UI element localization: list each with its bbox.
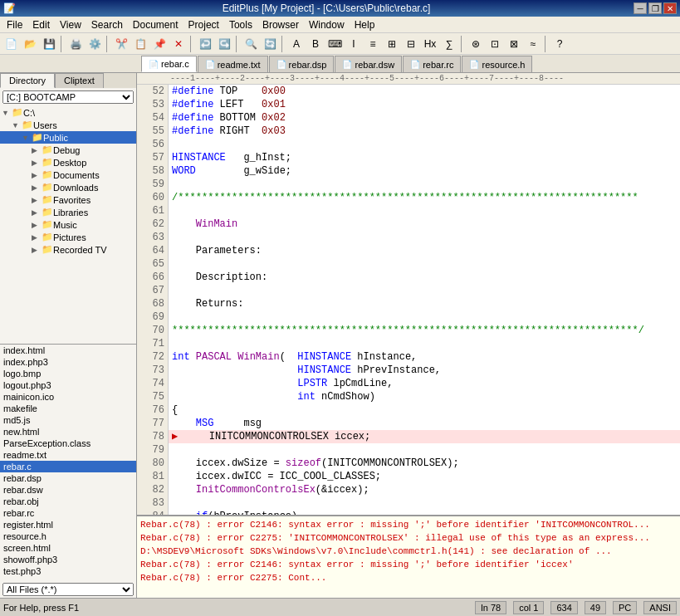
toolbar-btn-c[interactable]: ⌨ [325,35,344,53]
toolbar-btn-h[interactable]: Hx [421,35,439,53]
file-item[interactable]: logo.bmp [0,368,136,379]
tree-item[interactable]: ▶📁 Recorded TV [0,243,136,256]
toolbar-btn-l[interactable]: ⊠ [505,35,523,53]
code-line[interactable] [169,310,680,324]
code-line[interactable] [169,138,680,151]
code-line[interactable]: MSG msg [169,417,680,430]
tree-item[interactable]: ▶📁 Desktop [0,156,136,169]
expand-icon[interactable]: ▼ [22,134,32,142]
code-line[interactable]: iccex.dwICC = ICC_COOL_CLASSES; [169,470,680,483]
code-line[interactable] [169,204,680,218]
toolbar-btn-k[interactable]: ⊡ [486,35,504,53]
tree-item[interactable]: ▶📁 Downloads [0,181,136,193]
code-line[interactable]: InitCommonControlsEx(&iccex); [169,483,680,496]
file-item[interactable]: logout.php3 [0,379,136,391]
expand-icon[interactable]: ▶ [32,183,42,192]
close-button[interactable]: ✕ [663,2,677,14]
delete-button[interactable]: ✕ [169,35,188,53]
file-item[interactable]: index.html [0,345,136,356]
file-item[interactable]: new.html [0,426,136,438]
expand-icon[interactable]: ▶ [32,221,42,229]
expand-icon[interactable]: ▶ [32,196,42,204]
toolbar-btn-a[interactable]: A [287,35,306,53]
tab-rebar-rc[interactable]: 📄rebar.rc [403,56,461,72]
replace-button[interactable]: 🔄 [261,35,279,53]
file-item[interactable]: test.php3 [0,565,136,577]
paste-button[interactable]: 📌 [150,35,169,53]
code-line[interactable]: #define LEFT 0x01 [169,98,680,111]
code-line[interactable]: ▶ INITCOMMONCONTROLSEX iccex; [169,430,680,443]
menu-item-tools[interactable]: Tools [224,17,257,32]
menu-item-help[interactable]: Help [350,17,380,32]
code-line[interactable]: #define TOP 0x00 [169,85,680,98]
toolbar-btn-n[interactable]: ? [550,35,569,53]
tab-resource-h[interactable]: 📄resource.h [462,56,532,72]
menu-item-file[interactable]: File [2,17,27,32]
file-item[interactable]: register.html [0,519,136,530]
code-line[interactable]: HINSTANCE g_hInst; [169,151,680,164]
expand-icon[interactable]: ▶ [32,246,42,254]
code-line[interactable] [169,496,680,510]
copy-button[interactable]: 📋 [131,35,149,53]
minimize-button[interactable]: ─ [634,2,647,14]
code-line[interactable] [169,178,680,191]
restore-button[interactable]: ❐ [648,2,662,14]
code-line[interactable]: { [169,403,680,417]
file-item[interactable]: rebar.rc [0,507,136,519]
code-line[interactable]: int nCmdShow) [169,390,680,403]
file-filter[interactable]: All Files (*.*) [2,583,134,596]
file-item[interactable]: makefile [0,403,136,414]
menu-item-view[interactable]: View [55,17,86,32]
toolbar-btn-m[interactable]: ≈ [524,35,542,53]
file-item[interactable]: resource.h [0,530,136,542]
cut-button[interactable]: ✂️ [112,35,130,53]
expand-icon[interactable]: ▼ [2,109,12,117]
open-button[interactable]: 📂 [21,35,39,53]
menu-item-browser[interactable]: Browser [257,17,304,32]
file-item[interactable]: ParseException.class [0,438,136,449]
code-line[interactable]: /***************************************… [169,191,680,204]
tab-rebar-dsw[interactable]: 📄rebar.dsw [335,56,402,72]
panel-tab-cliptext[interactable]: Cliptext [55,73,104,88]
toolbar-btn-d[interactable]: I [345,35,363,53]
toolbar-btn-b[interactable]: B [306,35,325,53]
expand-icon[interactable]: ▶ [32,171,42,179]
code-line[interactable] [169,284,680,297]
expand-icon[interactable]: ▼ [12,121,22,130]
tree-item[interactable]: ▶📁 Debug [0,144,136,156]
menu-item-project[interactable]: Project [183,17,224,32]
code-line[interactable] [169,257,680,271]
code-line[interactable]: WORD g_wSide; [169,164,680,178]
menu-item-edit[interactable]: Edit [27,17,55,32]
tree-item[interactable]: ▶📁 Libraries [0,206,136,218]
code-line[interactable]: Parameters: [169,244,680,257]
file-item[interactable]: rebar.c [0,461,136,472]
undo-button[interactable]: ↩️ [196,35,214,53]
save-button[interactable]: 💾 [40,35,58,53]
file-type-select[interactable]: All Files (*.*) [2,583,134,596]
file-item[interactable]: rebar.dsp [0,472,136,484]
code-line[interactable]: WinMain [169,218,680,231]
toolbar-btn-i[interactable]: ∑ [440,35,458,53]
expand-icon[interactable]: ▶ [32,146,42,154]
expand-icon[interactable]: ▶ [32,208,42,217]
tree-item[interactable]: ▶📁 Pictures [0,231,136,243]
toolbar-btn-j[interactable]: ⊛ [467,35,485,53]
code-line[interactable]: #define RIGHT 0x03 [169,125,680,138]
toolbar-btn-g[interactable]: ⊟ [402,35,420,53]
search-button[interactable]: 🔍 [242,35,260,53]
file-item[interactable]: rebar.dsw [0,484,136,496]
menu-item-document[interactable]: Document [128,17,183,32]
code-line[interactable]: #define BOTTOM 0x02 [169,111,680,125]
menu-item-window[interactable]: Window [304,17,350,32]
drive-select[interactable]: [C:] BOOTCAMP [2,90,134,104]
code-line[interactable]: ****************************************… [169,324,680,337]
expand-icon[interactable]: ▶ [32,233,42,242]
code-line[interactable] [169,443,680,457]
tree-item[interactable]: ▶📁 Favorites [0,193,136,206]
tree-item[interactable]: ▼📁 Users [0,119,136,131]
redo-button[interactable]: ↪️ [215,35,233,53]
code-line[interactable]: HINSTANCE hPrevInstance, [169,364,680,377]
file-item[interactable]: screen.html [0,542,136,554]
toolbar-btn-f[interactable]: ⊞ [383,35,401,53]
